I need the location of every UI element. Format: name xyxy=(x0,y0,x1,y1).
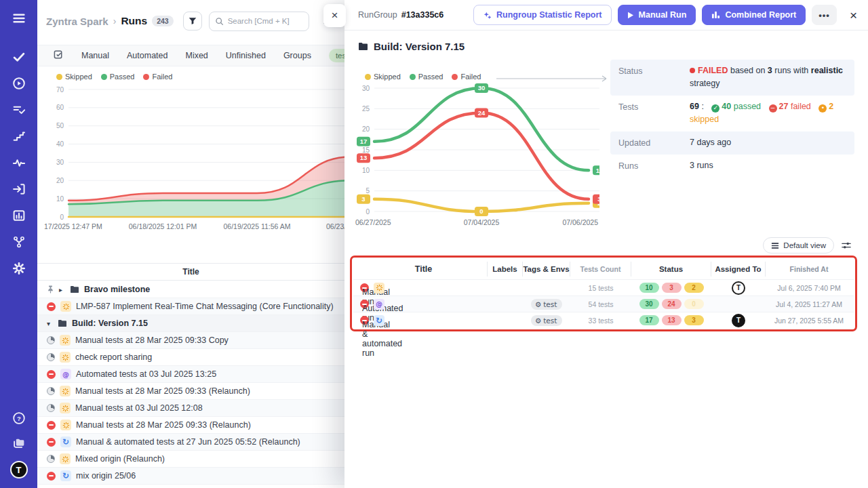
column-header-status[interactable]: Status xyxy=(631,262,711,277)
run-list-item[interactable]: Manual tests at 28 Mar 2025 09:33 (Relau… xyxy=(37,417,344,434)
skipped-pill: 0 xyxy=(684,299,704,309)
run-list-item[interactable]: check report sharing xyxy=(37,349,344,366)
failed-pill: 13 xyxy=(662,315,682,325)
passed-pill: 10 xyxy=(639,283,659,293)
column-header-finished-at[interactable]: Finished At xyxy=(766,262,852,277)
column-header-assigned-to[interactable]: Assigned To xyxy=(711,262,766,277)
tab-unfinished[interactable]: Unfinished xyxy=(226,51,266,60)
legend-dot xyxy=(56,74,62,80)
table-row[interactable]: Manual run15 tests1032TJul 6, 2025 7:40 … xyxy=(353,279,854,296)
pulse-icon[interactable] xyxy=(12,155,26,170)
manual-run-icon xyxy=(60,335,71,346)
detail-runs-row: Runs 3 runs xyxy=(610,155,854,178)
finished-at-cell: Jul 6, 2025 7:40 PM xyxy=(766,284,852,292)
legend-passed[interactable]: Passed xyxy=(101,73,135,81)
tag-chip[interactable]: ⚙test xyxy=(531,299,563,310)
column-header-labels[interactable]: Labels xyxy=(488,262,523,277)
svg-text:?: ? xyxy=(17,415,21,422)
table-header-row: TitleLabelsTags & EnvsTests CountStatusA… xyxy=(353,259,854,279)
run-list-item[interactable]: Manual tests at 28 Mar 2025 09:33 Copy xyxy=(37,332,344,349)
run-list-item[interactable]: ▸Bravo milestone xyxy=(37,281,344,298)
run-list-item[interactable]: Mixed origin (Relaunch) xyxy=(37,451,344,468)
tab-test-work-badge[interactable]: test work xyxy=(329,49,344,62)
page-title: Runs xyxy=(121,15,147,27)
play-icon xyxy=(627,12,634,19)
run-list-item[interactable]: ↻Manual & automated tests at 27 Jun 2025… xyxy=(37,434,344,451)
svg-text:30: 30 xyxy=(478,84,486,92)
run-title: LMP-587 Implement Real-Time Chat Messagi… xyxy=(76,302,334,311)
menu-icon[interactable] xyxy=(12,11,26,26)
assignee-avatar[interactable]: T xyxy=(732,281,745,295)
filter-button[interactable] xyxy=(183,12,202,30)
run-list-item[interactable]: ▾Build: Version 7.15 xyxy=(37,315,344,332)
search-box[interactable] xyxy=(209,12,309,31)
tag-chip[interactable]: ⚙test xyxy=(531,315,563,326)
legend-dot xyxy=(101,74,107,80)
list-check-icon[interactable] xyxy=(12,102,26,117)
tab-mixed[interactable]: Mixed xyxy=(185,51,208,60)
run-list-item[interactable]: Manual tests at 03 Jul 2025 12:08 xyxy=(37,400,344,417)
manual-run-icon xyxy=(60,420,71,430)
table-body: Manual run15 tests1032TJul 6, 2025 7:40 … xyxy=(353,279,854,328)
rungroup-statistic-report-button[interactable]: Rungroup Statistic Report xyxy=(473,5,612,25)
table-row[interactable]: Automated run@⚙test54 tests30240Jul 4, 2… xyxy=(353,296,854,312)
run-title: Manual & automated tests at 27 Jun 2025 … xyxy=(76,437,300,447)
svg-text:20: 20 xyxy=(362,125,370,133)
run-title-cell[interactable]: Manual & automated run↻ xyxy=(353,315,488,326)
funnel-icon xyxy=(188,16,197,26)
select-all-icon[interactable] xyxy=(54,49,64,62)
run-title: mix origin 25/06 xyxy=(76,471,136,481)
legend-failed[interactable]: Failed xyxy=(143,73,172,81)
folders-icon[interactable] xyxy=(12,436,26,451)
svg-text:60: 60 xyxy=(56,104,64,111)
sign-in-icon[interactable] xyxy=(12,182,26,197)
close-drawer-icon[interactable]: × xyxy=(850,9,857,22)
close-panel-button[interactable]: × xyxy=(323,4,346,27)
default-view-button[interactable]: Default view xyxy=(763,237,834,253)
table-settings-icon[interactable] xyxy=(841,241,852,250)
tab-manual[interactable]: Manual xyxy=(81,51,109,60)
run-list-item[interactable]: LMP-587 Implement Real-Time Chat Messagi… xyxy=(37,298,344,315)
tab-automated[interactable]: Automated xyxy=(127,51,167,60)
play-circle-icon[interactable] xyxy=(12,76,26,91)
pin-icon[interactable] xyxy=(47,285,54,293)
run-list-item[interactable]: @Automated tests at 03 Jul 2025 13:25 xyxy=(37,366,344,383)
search-input[interactable] xyxy=(228,17,302,25)
svg-text:10: 10 xyxy=(56,195,64,203)
tags-cell: ⚙test xyxy=(523,299,570,310)
more-actions-button[interactable]: ••• xyxy=(812,5,837,25)
column-header-title[interactable]: Title xyxy=(353,262,488,277)
run-list-item[interactable]: ↻mix origin 25/06 xyxy=(37,468,344,485)
caret-right-icon[interactable]: ▸ xyxy=(59,286,65,293)
run-title-cell[interactable]: Manual run xyxy=(353,283,488,293)
status-partial-icon xyxy=(47,455,55,463)
column-title: Title xyxy=(182,267,199,277)
folder-icon xyxy=(358,42,368,51)
tab-groups[interactable]: Groups xyxy=(283,51,311,60)
table-row[interactable]: Manual & automated run↻⚙test33 tests1713… xyxy=(353,312,854,328)
assignee-avatar[interactable]: T xyxy=(732,314,745,327)
help-icon[interactable]: ? xyxy=(12,411,26,426)
combined-report-button[interactable]: Combined Report xyxy=(702,5,806,25)
caret-down-icon[interactable]: ▾ xyxy=(47,320,53,327)
status-failed-icon: Automated run xyxy=(360,300,369,308)
breadcrumb-project[interactable]: Zyntra Spark xyxy=(46,16,108,27)
user-avatar[interactable]: T xyxy=(10,461,28,479)
check-icon[interactable] xyxy=(12,49,26,64)
column-header-tests-count[interactable]: Tests Count xyxy=(570,262,631,277)
status-cell: 1032 xyxy=(631,283,711,293)
svg-text:17/2025 12:47 PM: 17/2025 12:47 PM xyxy=(44,222,102,230)
steps-icon[interactable] xyxy=(12,129,26,144)
status-failed-icon xyxy=(47,302,56,311)
svg-text:17: 17 xyxy=(360,138,368,145)
run-title-cell[interactable]: Automated run@ xyxy=(353,299,488,310)
bar-chart-icon[interactable] xyxy=(12,208,26,223)
gear-icon[interactable] xyxy=(12,261,26,276)
status-failed-icon: Manual & automated run xyxy=(360,316,369,325)
manual-run-icon xyxy=(374,283,384,293)
run-list-item[interactable]: Manual tests at 28 Mar 2025 09:33 (Relau… xyxy=(37,383,344,400)
legend-skipped[interactable]: Skipped xyxy=(56,73,92,81)
column-header-tags-envs[interactable]: Tags & Envs xyxy=(523,262,570,277)
manual-run-button[interactable]: Manual Run xyxy=(618,5,696,25)
branch-icon[interactable] xyxy=(12,235,26,249)
